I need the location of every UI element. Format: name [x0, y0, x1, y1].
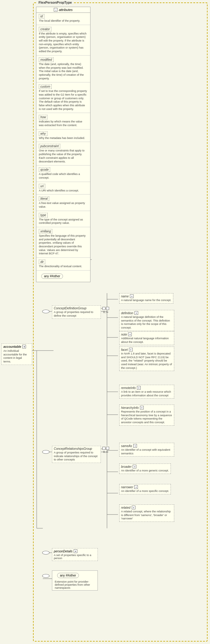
- cdg-label: ConceptDefinitionGroup: [54, 307, 99, 310]
- attr-dir-name: dir: [39, 260, 45, 264]
- attr-dir-desc: The directionality of textual content.: [39, 265, 88, 268]
- accountable-box: accountable + An individual accountable …: [2, 344, 32, 365]
- facet-box: facet + In NAR 1.8 and later, facet is d…: [119, 347, 174, 371]
- diagram-container: FlexPersonPropType: [0, 0, 210, 644]
- crg-connector-sq1: [102, 447, 105, 450]
- name-label: name: [121, 295, 129, 298]
- definition-icon: +: [134, 311, 138, 315]
- narrower-box: narrower + An identifier of a more speci…: [119, 484, 171, 494]
- hierarchyinfo-desc: Represents the position of a concept in …: [121, 410, 172, 424]
- narrower-label: narrower: [121, 486, 133, 489]
- crg-label: ConceptRelationshipsGroup: [54, 447, 99, 450]
- accountable-name: accountable: [3, 345, 21, 348]
- person-details-box: personDetails + A set of properties spec…: [52, 548, 98, 561]
- attr-qcode-name: qcode: [39, 167, 50, 172]
- related-desc: A related concept, where the relationshi…: [121, 510, 172, 521]
- attr-creator-name: creator: [39, 27, 51, 31]
- sameas-label: sameAs: [121, 444, 132, 448]
- name-icon: +: [130, 294, 134, 298]
- cdg-connector-sq1: [102, 307, 105, 310]
- accountable-icon: +: [22, 345, 26, 348]
- any-other-bottom-box: any ##other Extension point for provider…: [52, 570, 98, 591]
- narrower-desc: An identifier of a more specific concept…: [121, 489, 169, 493]
- attr-type: type The type of the concept assigned as…: [36, 212, 90, 226]
- person-details-desc: A set of properties specific to a person: [54, 554, 96, 560]
- attr-modified-desc: The date (and, optionally, the time) whe…: [39, 63, 88, 80]
- attr-modified-name: modified: [39, 57, 53, 62]
- crg-mult-label: 0..∞: [103, 450, 108, 453]
- attr-xmllang-desc: Specifies the language of this property …: [39, 234, 88, 256]
- cdg-left-connector: [42, 310, 50, 313]
- related-label: related: [121, 506, 131, 509]
- attr-creator-desc: If the attribute is empty, specifies whi…: [39, 32, 88, 53]
- attr-why: why Why the metadata has been included.: [36, 130, 90, 141]
- remoteinfo-icon: +: [137, 386, 141, 390]
- broader-icon: +: [133, 465, 136, 468]
- sameas-icon: +: [133, 444, 137, 448]
- attr-literal-desc: A free-text value assigned as property v…: [39, 202, 88, 209]
- attr-how: how Indicates by which means the value w…: [36, 114, 90, 128]
- person-details-label: personDetails +: [54, 549, 96, 553]
- attr-xmllang: xmllang Specifies the language of this p…: [36, 228, 90, 257]
- note-box: note + Additional natural language infor…: [119, 331, 174, 345]
- attr-id: id The local identifier of the property.: [36, 13, 90, 24]
- attr-xmllang-name: xmllang: [39, 229, 52, 234]
- hierarchyinfo-label: hierarchyInfo: [121, 406, 139, 409]
- name-desc: A natural language name for the concept.: [121, 299, 171, 302]
- crg-left-connector: [42, 450, 50, 454]
- related-icon: +: [132, 506, 135, 509]
- attr-qcode: qcode A qualified code which identifies …: [36, 166, 90, 181]
- person-details-name: personDetails: [54, 550, 72, 553]
- note-desc: Additional natural language information …: [121, 337, 172, 344]
- attributes-header: − attributes: [36, 7, 90, 13]
- attributes-box-icon: −: [54, 8, 57, 12]
- remoteinfo-label: remoteInfo: [121, 386, 136, 390]
- broader-label: broader: [121, 465, 131, 468]
- pd-left-connector: [42, 551, 50, 555]
- broader-desc: An identifier of a more generic concept.: [121, 469, 169, 473]
- attr-literal-name: literal: [39, 196, 49, 201]
- crg-desc: A group of properties required to indica…: [54, 451, 99, 462]
- attr-custom-desc: If set to true the corresponding propert…: [39, 89, 88, 111]
- facet-label: facet: [121, 348, 128, 351]
- any-other-bottom-desc: Extension point for provider-defined pro…: [55, 580, 95, 589]
- remoteinfo-box: remoteInfo + A link to an item or a web …: [119, 385, 174, 398]
- facet-icon: +: [129, 348, 133, 351]
- concept-relationships-group-box: ConceptRelationshipsGroup A group of pro…: [52, 446, 101, 463]
- name-box: name + A natural language name for the c…: [119, 293, 173, 304]
- attr-why-name: why: [39, 131, 47, 136]
- attr-dir: dir The directionality of textual conten…: [36, 258, 90, 270]
- attr-creator: creator If the attribute is empty, speci…: [36, 26, 90, 55]
- attr-uri-name: uri: [39, 184, 45, 188]
- attr-qcode-desc: A qualified code which identifies a conc…: [39, 173, 88, 180]
- note-icon: +: [128, 333, 132, 336]
- attr-any-other: any ##other: [36, 271, 90, 282]
- attr-type-desc: The type of the concept assigned as cont…: [39, 218, 88, 225]
- attr-why-desc: Why the metadata has been included.: [39, 136, 88, 140]
- attr-how-name: how: [39, 115, 47, 119]
- attributes-box: − attributes id The local identifier of …: [36, 7, 90, 282]
- any-other-bottom-label: any ##other: [57, 573, 79, 578]
- attr-pubconstraint-desc: One or many constraints that apply to pu…: [39, 149, 88, 163]
- note-label: note: [121, 333, 127, 336]
- hierarchyinfo-icon: +: [140, 406, 144, 409]
- attr-id-desc: The local identifier of the property.: [39, 19, 88, 23]
- attr-how-desc: Indicates by which means the value was e…: [39, 120, 88, 127]
- attr-literal: literal A free-text value assigned as pr…: [36, 195, 90, 210]
- cdg-connector-sq2: [106, 307, 109, 310]
- cdg-desc: A group of properties required to define…: [54, 311, 99, 318]
- accountable-desc: An individual accountable for the conten…: [3, 349, 30, 364]
- remoteinfo-desc: A link to an item or a web resource whic…: [121, 390, 172, 397]
- hierarchyinfo-box: hierarchyInfo + Represents the position …: [119, 405, 174, 426]
- sameas-desc: An identifier of a concept with equivale…: [121, 448, 172, 455]
- crg-connector-sq2: [106, 447, 109, 450]
- attr-custom: custom If set to true the corresponding …: [36, 83, 90, 112]
- attr-modified: modified The date (and, optionally, the …: [36, 56, 90, 82]
- definition-label: definition: [121, 311, 133, 315]
- attr-uri-desc: A URI which identifies a concept.: [39, 189, 88, 193]
- aob-left-connector: [42, 574, 50, 578]
- definition-box: definition + A natural language definiti…: [119, 310, 174, 331]
- attr-uri: uri A URI which identifies a concept.: [36, 183, 90, 194]
- any-other-label: any ##other: [41, 274, 63, 279]
- diagram-title: FlexPersonPropType: [37, 1, 73, 4]
